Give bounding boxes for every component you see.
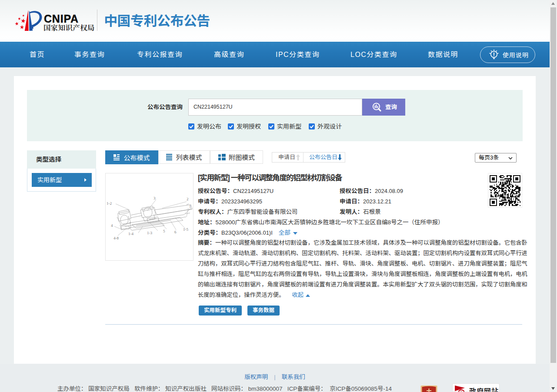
svg-text:2: 2 <box>187 197 189 201</box>
svg-text:1-4: 1-4 <box>128 232 133 236</box>
svg-text:4: 4 <box>111 223 113 228</box>
svg-text:1-3: 1-3 <box>147 231 152 235</box>
svg-text:4-8: 4-8 <box>113 236 119 240</box>
svg-text:1: 1 <box>189 204 191 209</box>
svg-text:1-5: 1-5 <box>183 227 188 232</box>
svg-text:1-2: 1-2 <box>107 201 112 206</box>
svg-text:5: 5 <box>163 229 165 233</box>
svg-text:6: 6 <box>174 230 177 234</box>
svg-text:3: 3 <box>153 196 156 200</box>
